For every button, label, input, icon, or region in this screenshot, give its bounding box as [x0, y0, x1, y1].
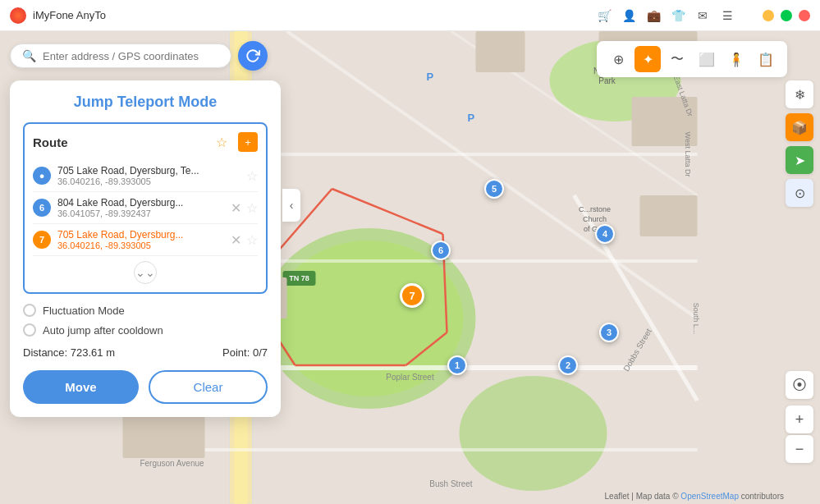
shirt-icon[interactable]: 👕	[669, 7, 687, 25]
bag-icon[interactable]: 💼	[644, 7, 662, 25]
rectangle-button[interactable]: ⬜	[694, 46, 720, 72]
refresh-button[interactable]	[238, 41, 268, 71]
svg-text:West Latta Dr: West Latta Dr	[684, 132, 692, 177]
route-num-2: 6	[33, 199, 51, 217]
fluctuation-label: Fluctuation Mode	[43, 305, 125, 317]
map-controls: ⦿ + −	[786, 371, 813, 463]
search-input[interactable]	[43, 50, 219, 62]
svg-text:Poplar Street: Poplar Street	[386, 373, 434, 382]
route-item-2: 6 804 Lake Road, Dyersburg... 36.041057,…	[33, 192, 258, 224]
map-marker-4[interactable]: 4	[595, 224, 615, 244]
person-button[interactable]: 🧍	[723, 46, 749, 72]
route-box: Route ☆ + ● 705 Lake Road, Dyersburg, Te…	[23, 122, 268, 294]
route-coords-1: 36.040216, -89.393005	[57, 176, 240, 186]
route-info-3: 705 Lake Road, Dyersburg... 36.040216, -…	[57, 229, 224, 250]
svg-point-5	[460, 376, 607, 491]
route-info-1: 705 Lake Road, Dyersburg, Te... 36.04021…	[57, 165, 240, 186]
star-favorite-icon[interactable]: ☆	[212, 132, 231, 152]
main-container: Nichols Park Lake Road Dobbs Street Po	[0, 31, 820, 504]
svg-text:South L...: South L...	[692, 303, 700, 335]
move-button[interactable]: Move	[23, 370, 139, 404]
options-section: Fluctuation Mode Auto jump after cooldow…	[23, 304, 268, 337]
svg-text:Bush Street: Bush Street	[429, 479, 472, 488]
leaflet-text: Leaflet	[605, 492, 630, 501]
star-icon-2[interactable]: ☆	[246, 200, 258, 216]
star-icon-1[interactable]: ☆	[246, 168, 258, 184]
map-toolbar: ⊕ ✦ 〜 ⬜ 🧍 📋	[597, 41, 787, 77]
user-icon[interactable]: 👤	[620, 7, 638, 25]
route-header: Route ☆ +	[33, 132, 258, 152]
collapse-circle-button[interactable]: ⌄⌄	[134, 261, 157, 284]
crosshair-button[interactable]: ⊕	[605, 46, 631, 72]
route-num-1: ●	[33, 167, 51, 185]
map-marker-1[interactable]: 1	[447, 355, 467, 375]
zoom-out-button[interactable]: −	[786, 435, 813, 463]
mail-icon[interactable]: ✉	[694, 7, 712, 25]
maximize-button[interactable]	[781, 10, 792, 21]
zoom-in-button[interactable]: +	[786, 405, 813, 433]
clear-button[interactable]: Clear	[149, 370, 268, 404]
point-stat: Point: 0/7	[222, 346, 268, 359]
close-button[interactable]	[799, 10, 810, 21]
collapse-route-btn: ⌄⌄	[33, 261, 258, 284]
move-mode-button[interactable]: ✦	[634, 46, 661, 72]
fluctuation-radio[interactable]	[23, 304, 36, 317]
svg-point-4	[275, 241, 464, 396]
map-data-text: | Map data ©	[631, 492, 680, 501]
minimize-button[interactable]	[763, 10, 774, 21]
toggle-button[interactable]: ⊙	[786, 179, 813, 207]
svg-text:P: P	[427, 71, 434, 83]
snowflake-button[interactable]: ❄	[786, 80, 813, 108]
route-button[interactable]: 〜	[664, 46, 690, 72]
route-addr-1: 705 Lake Road, Dyersburg, Te...	[57, 165, 240, 176]
svg-text:Park: Park	[598, 76, 616, 85]
autojump-label: Auto jump after cooldown	[43, 324, 163, 337]
app-title: iMyFone AnyTo	[33, 9, 595, 21]
right-icons-panel: ❄ 📦 ➤ ⊙	[786, 80, 813, 207]
search-icon: 🔍	[22, 49, 36, 62]
svg-rect-32	[476, 31, 525, 72]
remove-icon-3[interactable]: ✕	[231, 232, 241, 248]
route-actions-2: ✕ ☆	[231, 200, 258, 216]
route-label: Route	[33, 135, 68, 149]
app-icon	[10, 7, 26, 24]
route-coords-2: 36.041057, -89.392437	[57, 208, 224, 218]
route-addr-3: 705 Lake Road, Dyersburg...	[57, 229, 224, 241]
route-item-3: 7 705 Lake Road, Dyersburg... 36.040216,…	[33, 224, 258, 256]
add-route-icon[interactable]: +	[238, 132, 258, 152]
cart-icon[interactable]: 🛒	[595, 7, 613, 25]
svg-text:Ferguson Avenue: Ferguson Avenue	[140, 459, 204, 468]
map-marker-6[interactable]: 6	[431, 241, 451, 260]
collapse-panel-button[interactable]: ‹	[282, 189, 300, 222]
location-button[interactable]: ⦿	[786, 371, 813, 399]
box-button[interactable]: 📦	[786, 113, 813, 141]
arrow-button[interactable]: ➤	[786, 146, 813, 174]
history-button[interactable]: 📋	[753, 46, 779, 72]
menu-icon[interactable]: ☰	[718, 7, 736, 25]
svg-rect-35	[640, 195, 698, 236]
svg-text:Church: Church	[583, 215, 607, 223]
route-coords-3: 36.040216, -89.393005	[57, 241, 224, 250]
route-info-2: 804 Lake Road, Dyersburg... 36.041057, -…	[57, 197, 224, 218]
svg-text:P: P	[468, 112, 475, 124]
remove-icon-2[interactable]: ✕	[231, 200, 241, 216]
route-num-3: 7	[33, 231, 51, 249]
map-area[interactable]: Nichols Park Lake Road Dobbs Street Po	[0, 31, 820, 504]
title-bar: iMyFone AnyTo 🛒 👤 💼 👕 ✉ ☰	[0, 0, 820, 31]
star-icon-3[interactable]: ☆	[246, 232, 258, 248]
map-marker-3[interactable]: 3	[599, 323, 619, 342]
map-marker-7[interactable]: 7	[400, 283, 424, 308]
panel-title: Jump Teleport Mode	[23, 94, 268, 111]
openstreetmap-link[interactable]: OpenStreetMap	[680, 492, 739, 501]
map-marker-5[interactable]: 5	[484, 179, 504, 199]
distance-stat: Distance: 723.61 m	[23, 346, 115, 359]
fluctuation-option[interactable]: Fluctuation Mode	[23, 304, 268, 317]
map-marker-2[interactable]: 2	[558, 355, 578, 375]
autojump-option[interactable]: Auto jump after cooldown	[23, 323, 268, 337]
action-buttons: Move Clear	[23, 370, 268, 404]
route-actions-1: ☆	[246, 168, 258, 184]
map-attribution: Leaflet | Map data © OpenStreetMap contr…	[605, 492, 784, 501]
contributors-text: contributors	[741, 492, 784, 501]
svg-text:C...rstone: C...rstone	[579, 205, 611, 213]
autojump-radio[interactable]	[23, 323, 36, 337]
